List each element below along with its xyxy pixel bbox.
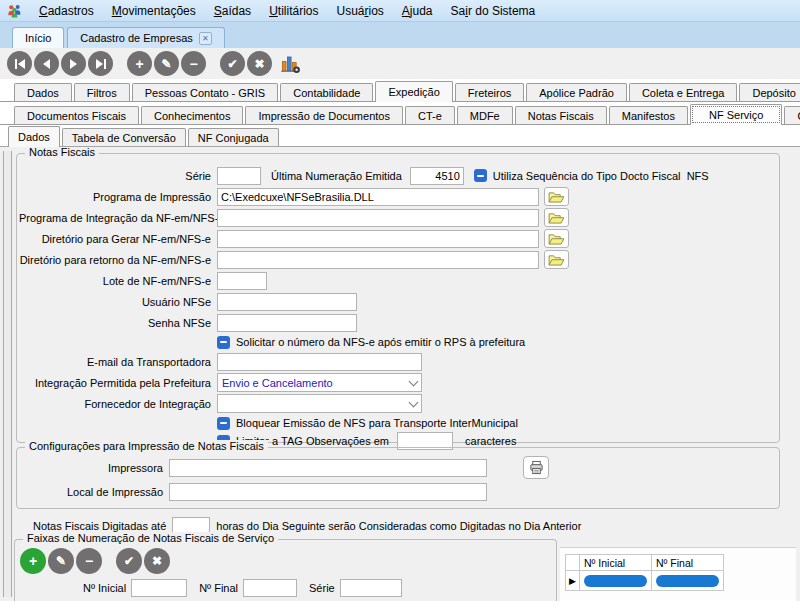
usuario-nfse-input[interactable]	[217, 293, 357, 311]
tab-dados[interactable]: Dados	[14, 83, 72, 101]
ultima-numeracao-input[interactable]	[410, 167, 464, 185]
tab-expedicao[interactable]: Expedição	[375, 81, 452, 102]
diretorio-gerar-input[interactable]	[217, 230, 539, 248]
fornecedor-integracao-select[interactable]	[217, 394, 422, 413]
window-tab-inicio[interactable]: Início	[12, 27, 64, 48]
programa-impressao-input[interactable]	[217, 188, 539, 206]
tab-coleta-e-entrega[interactable]: Coleta e Entrega	[629, 83, 738, 101]
edit-record-button[interactable]: ✎	[154, 51, 179, 76]
cancel-button[interactable]: ✖	[247, 51, 272, 76]
tab-label: Pessoas Contato - GRIS	[145, 87, 265, 99]
local-impressao-input[interactable]	[169, 483, 487, 501]
integracao-permitida-select[interactable]: Envio e Cancelamento	[217, 373, 422, 392]
solicitar-numero-label: Solicitar o número da NFS-e após emitir …	[236, 336, 525, 348]
confirm-button[interactable]: ✔	[220, 51, 245, 76]
senha-nfse-input[interactable]	[217, 314, 357, 332]
folder-icon	[548, 212, 565, 224]
tab-label: Manifestos	[622, 110, 675, 122]
tab-notas-fiscais[interactable]: Notas Fiscais	[515, 106, 607, 124]
ultima-numeracao-label: Última Numeração Emitida	[271, 170, 402, 182]
impressora-input[interactable]	[169, 459, 487, 477]
tab-cte[interactable]: CT-e	[405, 106, 455, 124]
select-printer-button[interactable]	[523, 456, 549, 479]
programa-integracao-label: Programa de Integração da NF-em/NFS-e	[19, 212, 217, 224]
lote-input[interactable]	[217, 272, 267, 290]
menu-item-saidas[interactable]: Saídas	[205, 2, 260, 20]
grid-selected-row[interactable]: ▶	[565, 571, 724, 591]
menu-bar: Cadastros Movimentações Saídas Utilitári…	[0, 0, 800, 22]
faixa-serie-input[interactable]	[340, 579, 402, 597]
tab-label: Tabela de Conversão	[72, 132, 176, 144]
faixa-edit-button[interactable]: ✎	[48, 548, 74, 574]
menu-item-sair-do-sistema[interactable]: Sair do Sistema	[442, 2, 545, 20]
tab-label: Impressão de Documentos	[258, 110, 389, 122]
solicitar-numero-checkbox[interactable]	[217, 336, 230, 349]
close-tab-icon[interactable]: ✕	[199, 32, 212, 45]
tab-nf-conjugada[interactable]: NF Conjugada	[188, 128, 279, 146]
tab-mdfe[interactable]: MDFe	[457, 106, 513, 124]
tab-dados-nf[interactable]: Dados	[8, 126, 60, 147]
browse-diretorio-gerar-button[interactable]	[544, 229, 569, 248]
tab-label: NF Serviço	[709, 109, 763, 121]
tab-tabela-de-conversao[interactable]: Tabela de Conversão	[62, 128, 186, 146]
faixa-final-input[interactable]	[243, 579, 297, 597]
faixa-inicial-input[interactable]	[131, 579, 187, 597]
tab-label: Freteiros	[468, 87, 511, 99]
tab-impressao-de-documentos[interactable]: Impressão de Documentos	[245, 106, 402, 124]
chart-report-button[interactable]	[278, 52, 302, 76]
left-splitter[interactable]	[3, 151, 12, 597]
window-tab-inicio-label: Início	[25, 32, 51, 44]
tab-contabilidade[interactable]: Contabilidade	[280, 83, 373, 101]
tab-apolice-padrao[interactable]: Apólice Padrão	[526, 83, 627, 101]
menu-item-movimentacoes[interactable]: Movimentações	[103, 2, 205, 20]
diretorio-retorno-label: Diretório para retorno da NF-em/NFS-e	[19, 254, 217, 266]
add-record-button[interactable]: +	[127, 51, 152, 76]
menu-item-cadastros[interactable]: Cadastros	[30, 2, 103, 20]
grid-header-row: Nº Inicial Nº Final	[565, 554, 724, 571]
email-transportadora-input[interactable]	[217, 353, 422, 371]
last-record-button[interactable]	[88, 51, 113, 76]
menu-item-ajuda[interactable]: Ajuda	[393, 2, 442, 20]
faixa-delete-button[interactable]: −	[76, 548, 102, 574]
tab-documentos-fiscais[interactable]: Documentos Fiscais	[14, 106, 139, 124]
row-marker: ▶	[565, 571, 580, 591]
chevron-down-icon	[409, 397, 419, 407]
tab-conhecimentos[interactable]: Conhecimentos	[141, 106, 243, 124]
serie-input[interactable]	[217, 167, 261, 185]
diretorio-retorno-input[interactable]	[217, 251, 539, 269]
tab-label: Documentos Fiscais	[27, 110, 126, 122]
record-toolbar: + ✎ − ✔ ✖	[0, 48, 800, 79]
browse-programa-impressao-button[interactable]	[544, 187, 569, 206]
group-notas-fiscais-title: Notas Fiscais	[25, 147, 99, 158]
tab-filtros[interactable]: Filtros	[74, 83, 130, 101]
tab-deposito[interactable]: Depósito	[739, 83, 800, 101]
faixas-grid[interactable]: Nº Inicial Nº Final ▶	[565, 554, 724, 591]
senha-nfse-label: Senha NFSe	[19, 317, 217, 329]
group-notas-fiscais: Notas Fiscais Série Última Numeração Emi…	[16, 153, 780, 443]
utiliza-sequencia-checkbox[interactable]	[474, 169, 487, 182]
menu-item-utilitarios[interactable]: Utilitários	[260, 2, 327, 20]
serie-label: Série	[19, 170, 217, 182]
previous-record-button[interactable]	[34, 51, 59, 76]
bloquear-emissao-checkbox[interactable]	[217, 417, 230, 430]
content-panel: Notas Fiscais Série Última Numeração Emi…	[0, 147, 800, 601]
next-record-button[interactable]	[61, 51, 86, 76]
faixa-add-button[interactable]: +	[20, 548, 46, 574]
window-tab-cadastro-de-empresas[interactable]: Cadastro de Empresas ✕	[67, 27, 225, 48]
app-window: Cadastros Movimentações Saídas Utilitári…	[0, 0, 800, 612]
delete-record-button[interactable]: −	[181, 51, 206, 76]
fornecedor-integracao-label: Fornecedor de Integração	[19, 398, 217, 410]
redacted-value-pill	[656, 575, 719, 587]
faixa-confirm-button[interactable]: ✔	[116, 548, 142, 574]
tab-freteiros[interactable]: Freteiros	[455, 83, 524, 101]
faixa-cancel-button[interactable]: ✖	[144, 548, 170, 574]
programa-integracao-input[interactable]	[217, 209, 539, 227]
browse-programa-integracao-button[interactable]	[544, 208, 569, 227]
tab-pessoas-contato-gris[interactable]: Pessoas Contato - GRIS	[132, 83, 278, 101]
tab-outros[interactable]: Outros	[784, 106, 800, 124]
tab-manifestos[interactable]: Manifestos	[609, 106, 688, 124]
browse-diretorio-retorno-button[interactable]	[544, 250, 569, 269]
tab-nf-servico[interactable]: NF Serviço	[690, 104, 782, 125]
first-record-button[interactable]	[7, 51, 32, 76]
menu-item-usuarios[interactable]: Usuários	[327, 2, 392, 20]
